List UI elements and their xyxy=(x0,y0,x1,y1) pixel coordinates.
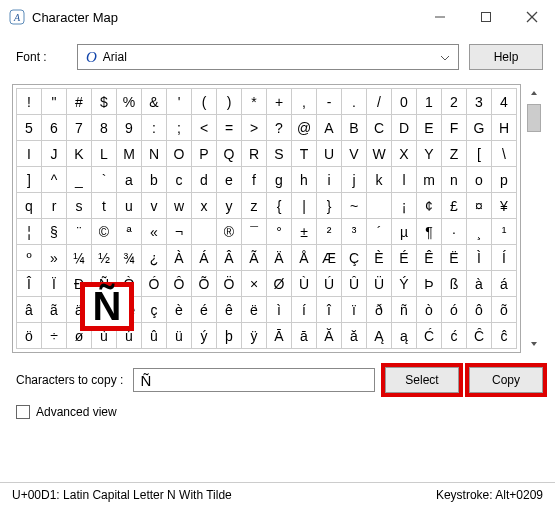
character-cell[interactable]: ! xyxy=(17,89,42,115)
character-cell[interactable]: ¡ xyxy=(392,193,417,219)
character-cell[interactable]: \ xyxy=(492,141,517,167)
character-cell[interactable]: ´ xyxy=(367,219,392,245)
character-cell[interactable]: s xyxy=(67,193,92,219)
character-cell[interactable]: ^ xyxy=(42,167,67,193)
scroll-up-arrow[interactable] xyxy=(525,84,543,102)
character-cell[interactable]: Þ xyxy=(417,271,442,297)
character-cell[interactable]: á xyxy=(492,271,517,297)
character-cell[interactable]: 6 xyxy=(42,115,67,141)
character-cell[interactable]: Z xyxy=(442,141,467,167)
character-cell[interactable]: × xyxy=(242,271,267,297)
character-cell[interactable]: õ xyxy=(492,297,517,323)
character-cell[interactable]: Ć xyxy=(417,323,442,349)
character-cell[interactable]: # xyxy=(67,89,92,115)
character-cell[interactable]: E xyxy=(417,115,442,141)
character-cell[interactable]: 7 xyxy=(67,115,92,141)
character-cell[interactable]: - xyxy=(317,89,342,115)
character-cell[interactable]: & xyxy=(142,89,167,115)
character-cell[interactable]: . xyxy=(342,89,367,115)
character-cell[interactable]: y xyxy=(217,193,242,219)
character-cell[interactable]: Â xyxy=(217,245,242,271)
character-cell[interactable]: K xyxy=(67,141,92,167)
character-cell[interactable]: ` xyxy=(92,167,117,193)
character-cell[interactable]: q xyxy=(17,193,42,219)
character-cell[interactable]: Y xyxy=(417,141,442,167)
character-cell[interactable]: a xyxy=(117,167,142,193)
character-cell[interactable]: ? xyxy=(267,115,292,141)
character-cell[interactable]: ß xyxy=(442,271,467,297)
character-cell[interactable]: ¨ xyxy=(67,219,92,245)
character-cell[interactable]: $ xyxy=(92,89,117,115)
character-cell[interactable]: ³ xyxy=(342,219,367,245)
character-cell[interactable]: ê xyxy=(217,297,242,323)
character-cell[interactable]: 2 xyxy=(442,89,467,115)
character-cell[interactable]: ö xyxy=(17,323,42,349)
character-cell[interactable]: < xyxy=(192,115,217,141)
character-cell[interactable]: Õ xyxy=(192,271,217,297)
character-cell[interactable]: _ xyxy=(67,167,92,193)
character-cell[interactable]: R xyxy=(242,141,267,167)
character-cell[interactable]: Ï xyxy=(42,271,67,297)
character-cell[interactable]: * xyxy=(242,89,267,115)
character-cell[interactable]: A xyxy=(317,115,342,141)
character-cell[interactable]: ( xyxy=(192,89,217,115)
character-cell[interactable]: m xyxy=(417,167,442,193)
character-cell[interactable]: Í xyxy=(492,245,517,271)
character-cell[interactable]: ò xyxy=(417,297,442,323)
character-cell[interactable]: ă xyxy=(342,323,367,349)
character-cell[interactable]: = xyxy=(217,115,242,141)
character-cell[interactable]: u xyxy=(117,193,142,219)
character-cell[interactable]: ü xyxy=(167,323,192,349)
character-cell[interactable]: v xyxy=(142,193,167,219)
character-cell[interactable]: i xyxy=(317,167,342,193)
character-cell[interactable]: 5 xyxy=(17,115,42,141)
character-cell[interactable]: µ xyxy=(392,219,417,245)
character-cell[interactable]: Ø xyxy=(267,271,292,297)
character-cell[interactable]: k xyxy=(367,167,392,193)
character-cell[interactable]: Ý xyxy=(392,271,417,297)
character-cell[interactable]: , xyxy=(292,89,317,115)
character-cell[interactable]: ì xyxy=(267,297,292,323)
character-cell[interactable]: â xyxy=(17,297,42,323)
character-cell[interactable]: d xyxy=(192,167,217,193)
character-cell[interactable]: ć xyxy=(442,323,467,349)
character-cell[interactable]: { xyxy=(267,193,292,219)
character-cell[interactable]: w xyxy=(167,193,192,219)
character-cell[interactable]: À xyxy=(167,245,192,271)
character-cell[interactable]: : xyxy=(142,115,167,141)
character-cell[interactable]: Ĉ xyxy=(467,323,492,349)
character-cell[interactable]: N xyxy=(142,141,167,167)
character-cell[interactable]: Ä xyxy=(267,245,292,271)
character-cell[interactable]: Ă xyxy=(317,323,342,349)
magnified-character[interactable]: Ñ xyxy=(80,282,134,331)
character-cell[interactable]: © xyxy=(92,219,117,245)
character-cell[interactable]: Ą xyxy=(367,323,392,349)
character-cell[interactable]: ã xyxy=(42,297,67,323)
character-cell[interactable]: U xyxy=(317,141,342,167)
select-button[interactable]: Select xyxy=(385,367,459,393)
character-cell[interactable]: í xyxy=(292,297,317,323)
character-cell[interactable]: f xyxy=(242,167,267,193)
character-cell[interactable]: | xyxy=(292,193,317,219)
character-cell[interactable]: H xyxy=(492,115,517,141)
character-cell[interactable]: · xyxy=(442,219,467,245)
character-cell[interactable]: ¶ xyxy=(417,219,442,245)
character-cell[interactable]: V xyxy=(342,141,367,167)
character-cell[interactable]: ą xyxy=(392,323,417,349)
character-cell[interactable]: ° xyxy=(267,219,292,245)
character-cell[interactable]: Ā xyxy=(267,323,292,349)
help-button[interactable]: Help xyxy=(469,44,543,70)
character-cell[interactable]: ¤ xyxy=(467,193,492,219)
character-cell[interactable]: 0 xyxy=(392,89,417,115)
character-cell[interactable]: X xyxy=(392,141,417,167)
character-cell[interactable]: 4 xyxy=(492,89,517,115)
advanced-view-checkbox[interactable] xyxy=(16,405,30,419)
character-cell[interactable]: ~ xyxy=(342,193,367,219)
character-cell[interactable]: T xyxy=(292,141,317,167)
character-cell[interactable]: Ö xyxy=(217,271,242,297)
character-cell[interactable]: ¼ xyxy=(67,245,92,271)
character-cell[interactable]: ÷ xyxy=(42,323,67,349)
character-cell[interactable]: z xyxy=(242,193,267,219)
character-cell[interactable]: W xyxy=(367,141,392,167)
character-cell[interactable]: ] xyxy=(17,167,42,193)
